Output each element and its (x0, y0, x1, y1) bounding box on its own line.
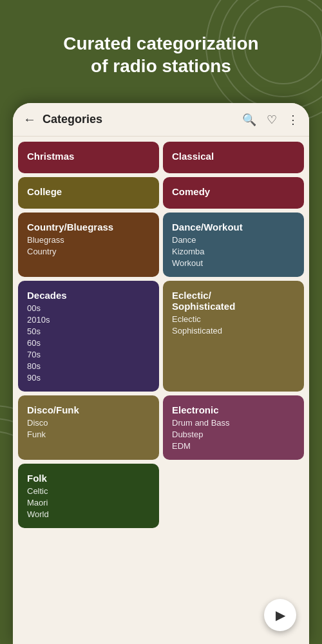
category-college[interactable]: College (18, 177, 159, 209)
category-folk[interactable]: Folk Celtic Maori World (18, 464, 159, 528)
fab-icon: ▶ (276, 607, 285, 623)
category-dance-workout[interactable]: Dance/Workout Dance Kizomba Workout (163, 213, 304, 277)
top-bar: ← Categories 🔍 ♡ ⋮ (13, 103, 309, 137)
fab-button[interactable]: ▶ (264, 599, 296, 631)
hero-section: Curated categorization of radio stations (0, 0, 322, 90)
topbar-actions: 🔍 ♡ ⋮ (242, 113, 299, 127)
categories-grid: Christmas Classical College Comedy Count… (18, 142, 304, 528)
phone-container: ← Categories 🔍 ♡ ⋮ Christmas Classical C… (13, 103, 309, 644)
categories-scroll[interactable]: Christmas Classical College Comedy Count… (13, 137, 309, 642)
category-disco-funk[interactable]: Disco/Funk Disco Funk (18, 395, 159, 460)
hero-title: Curated categorization of radio stations (13, 32, 309, 77)
category-country-bluegrass[interactable]: Country/Bluegrass Bluegrass Country (18, 213, 159, 277)
search-icon[interactable]: 🔍 (242, 113, 256, 127)
screen-title: Categories (43, 113, 242, 126)
category-comedy[interactable]: Comedy (163, 177, 304, 209)
category-electronic[interactable]: Electronic Drum and Bass Dubstep EDM (163, 395, 304, 460)
back-button[interactable]: ← (23, 112, 36, 127)
favorites-icon[interactable]: ♡ (267, 113, 277, 127)
category-decades[interactable]: Decades 00s 2010s 50s 60s 70s 80s 90s (18, 281, 159, 392)
category-christmas[interactable]: Christmas (18, 142, 159, 173)
category-classical[interactable]: Classical (163, 142, 304, 173)
more-options-icon[interactable]: ⋮ (287, 113, 299, 127)
category-eclectic[interactable]: Eclectic/Sophisticated Eclectic Sophisti… (163, 281, 304, 392)
